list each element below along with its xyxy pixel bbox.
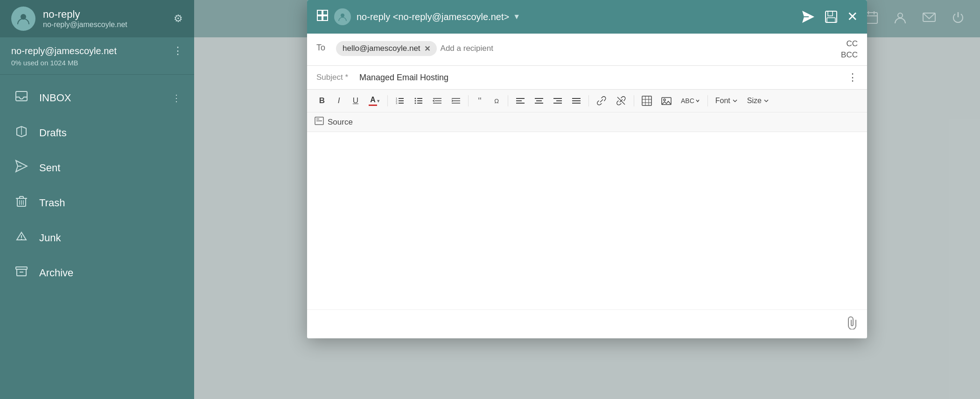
editor-body[interactable] <box>307 132 867 309</box>
insert-image-button[interactable] <box>658 93 675 108</box>
avatar <box>11 7 35 31</box>
subject-label: Subject * <box>316 73 354 82</box>
separator-3 <box>508 95 508 106</box>
sidebar-item-sent[interactable]: Sent <box>0 150 194 185</box>
sender-avatar <box>334 8 351 25</box>
separator-6 <box>707 95 708 106</box>
sidebar-email: no-reply@jamescoyle.net <box>43 21 166 29</box>
trash-icon <box>13 195 30 211</box>
separator-1 <box>387 95 388 106</box>
svg-rect-23 <box>317 10 322 15</box>
account-usage: 0% used on 1024 MB <box>11 59 183 67</box>
svg-point-70 <box>664 99 665 101</box>
ordered-list-button[interactable]: 1 2 3 <box>392 93 408 108</box>
sent-icon <box>13 160 30 176</box>
align-left-button[interactable] <box>512 93 529 108</box>
compose-modal: no-reply <no-reply@jamescoyle.net> ▼ <box>307 0 867 338</box>
to-field: To hello@jamescoyle.net ✕ CC BCC <box>307 34 867 66</box>
bcc-button[interactable]: BCC <box>841 50 858 60</box>
sidebar-nav: INBOX ⋮ Drafts Sent <box>0 75 194 399</box>
sidebar-item-trash[interactable]: Trash <box>0 185 194 220</box>
unlink-button[interactable] <box>612 93 630 108</box>
recipient-input[interactable] <box>441 44 539 53</box>
align-center-button[interactable] <box>531 93 547 108</box>
sidebar-item-label-archive: Archive <box>39 267 73 279</box>
svg-rect-26 <box>323 16 328 21</box>
sidebar-item-inbox[interactable]: INBOX ⋮ <box>0 80 194 115</box>
svg-point-42 <box>415 98 416 99</box>
sidebar-item-drafts[interactable]: Drafts <box>0 115 194 150</box>
user-info: no-reply no-reply@jamescoyle.net <box>43 8 166 29</box>
outdent-button[interactable] <box>429 93 446 108</box>
unordered-list-button[interactable] <box>410 93 427 108</box>
special-char-button[interactable]: Ω <box>489 93 504 108</box>
sidebar-item-label-sent: Sent <box>39 162 60 174</box>
justify-button[interactable] <box>568 93 585 108</box>
insert-link-button[interactable] <box>593 93 610 108</box>
to-label: To <box>316 39 330 53</box>
right-panel: no-reply <no-reply@jamescoyle.net> ▼ <box>194 0 980 399</box>
sidebar-item-label-junk: Junk <box>39 232 61 244</box>
header-actions: ✕ <box>801 10 858 24</box>
editor-toolbar: B I U A ▾ <box>307 90 867 112</box>
recipient-chip: hello@jamescoyle.net ✕ <box>336 41 437 56</box>
blockquote-button[interactable]: " <box>472 93 487 108</box>
send-button[interactable] <box>801 10 815 24</box>
sidebar-item-label-drafts: Drafts <box>39 127 67 139</box>
font-label: Font <box>715 97 730 105</box>
compose-header: no-reply <no-reply@jamescoyle.net> ▼ <box>307 0 867 34</box>
spellcheck-button[interactable]: ABC <box>677 93 704 108</box>
italic-button[interactable]: I <box>331 93 346 108</box>
svg-text:3: 3 <box>396 102 398 105</box>
font-dropdown[interactable]: Font <box>712 95 742 107</box>
subject-more-icon[interactable]: ⋮ <box>847 71 858 84</box>
size-dropdown[interactable]: Size <box>743 95 773 107</box>
gear-icon[interactable]: ⚙ <box>174 13 183 25</box>
to-actions: CC BCC <box>841 39 858 60</box>
sidebar-item-archive[interactable]: Archive <box>0 255 194 290</box>
cc-button[interactable]: CC <box>846 39 858 49</box>
svg-point-13 <box>21 239 22 240</box>
bold-button[interactable]: B <box>315 93 329 108</box>
account-email: no-reply@jamescoyle.net <box>11 46 117 56</box>
source-icon <box>315 116 324 128</box>
junk-icon <box>13 230 30 246</box>
attachment-icon[interactable] <box>847 315 858 333</box>
save-button[interactable] <box>825 10 838 23</box>
separator-2 <box>468 95 469 106</box>
expand-icon[interactable] <box>316 9 329 24</box>
source-row: Source <box>307 112 867 132</box>
svg-rect-31 <box>828 11 833 16</box>
svg-point-43 <box>415 100 416 102</box>
archive-icon <box>13 265 30 281</box>
sidebar-item-junk[interactable]: Junk <box>0 220 194 255</box>
svg-rect-32 <box>827 18 835 22</box>
source-label[interactable]: Source <box>328 118 353 127</box>
subject-field: Subject * ⋮ <box>307 66 867 90</box>
to-recipients: hello@jamescoyle.net ✕ <box>336 39 835 58</box>
indent-button[interactable] <box>448 93 464 108</box>
text-color-button[interactable]: A ▾ <box>365 93 384 108</box>
inbox-menu-icon[interactable]: ⋮ <box>172 92 181 104</box>
sidebar-username: no-reply <box>43 8 166 21</box>
sender-dropdown-icon[interactable]: ▼ <box>513 13 520 21</box>
sidebar-account: no-reply@jamescoyle.net ⋮ 0% used on 102… <box>0 37 194 75</box>
account-row: no-reply@jamescoyle.net ⋮ <box>11 45 183 57</box>
insert-table-button[interactable] <box>638 93 656 108</box>
compose-body: To hello@jamescoyle.net ✕ CC BCC <box>307 34 867 338</box>
svg-rect-64 <box>642 96 651 105</box>
chip-remove-button[interactable]: ✕ <box>424 44 430 53</box>
align-right-button[interactable] <box>549 93 566 108</box>
drafts-icon <box>13 125 30 141</box>
underline-button[interactable]: U <box>348 93 363 108</box>
close-button[interactable]: ✕ <box>847 10 858 23</box>
separator-5 <box>634 95 634 106</box>
subject-input[interactable] <box>359 73 842 83</box>
separator-4 <box>588 95 589 106</box>
sidebar-item-label-trash: Trash <box>39 197 65 209</box>
inbox-icon <box>13 90 30 106</box>
svg-point-44 <box>415 103 416 104</box>
size-label: Size <box>747 97 762 105</box>
account-menu-icon[interactable]: ⋮ <box>173 45 183 57</box>
modal-overlay: no-reply <no-reply@jamescoyle.net> ▼ <box>194 0 980 399</box>
